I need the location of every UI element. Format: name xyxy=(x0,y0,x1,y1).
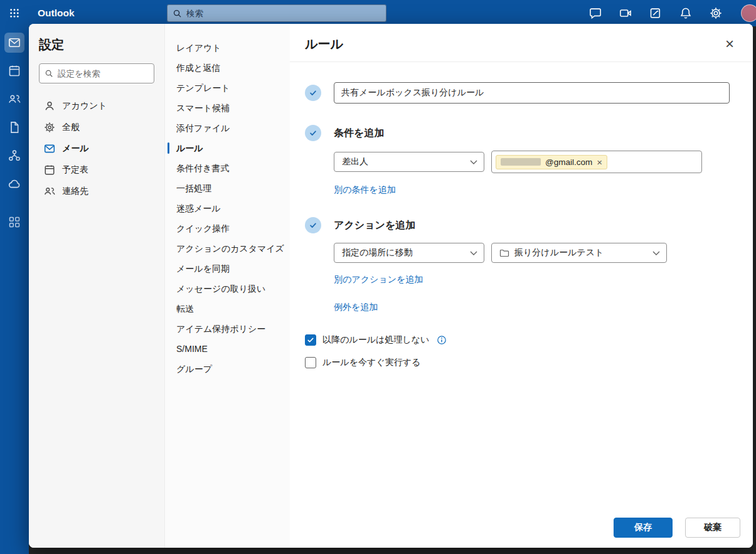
chevron-down-icon xyxy=(652,251,660,255)
save-button[interactable]: 保存 xyxy=(614,518,673,538)
action-type-value: 指定の場所に移動 xyxy=(342,247,413,258)
close-icon[interactable]: × xyxy=(720,35,739,53)
add-condition-link[interactable]: 別の条件を追加 xyxy=(334,184,396,196)
person-icon xyxy=(44,100,55,112)
category-item[interactable]: クイック操作 xyxy=(165,218,290,238)
category-item[interactable]: レイアウト xyxy=(165,38,290,58)
category-item[interactable]: 作成と返信 xyxy=(165,58,290,78)
app-launcher-icon[interactable] xyxy=(0,0,29,26)
category-item[interactable]: アクションのカスタマイズ xyxy=(165,238,290,258)
category-label: グループ xyxy=(176,364,212,374)
rule-name-step xyxy=(305,82,738,104)
settings-nav-general[interactable]: 全般 xyxy=(39,117,154,137)
rail-files-icon[interactable] xyxy=(4,117,24,137)
category-label: クイック操作 xyxy=(176,223,230,233)
sender-chip-text: @gmail.com xyxy=(545,157,592,167)
nav-label: 連絡先 xyxy=(62,186,88,197)
add-exception-link[interactable]: 例外を追加 xyxy=(334,302,378,313)
top-app-bar: Outlook xyxy=(0,0,756,26)
bell-icon[interactable] xyxy=(679,7,692,19)
add-action-link[interactable]: 別のアクションを追加 xyxy=(334,274,423,285)
panel-footer: 保存 破棄 xyxy=(290,518,753,548)
category-item[interactable]: 一括処理 xyxy=(165,178,290,198)
stop-processing-option: 以降のルールは処理しない xyxy=(305,334,738,346)
settings-nav-contacts[interactable]: 連絡先 xyxy=(39,181,154,201)
search-icon xyxy=(45,69,53,78)
notes-icon[interactable] xyxy=(649,7,662,19)
category-item[interactable]: S/MIME xyxy=(165,339,290,359)
category-item[interactable]: アイテム保持ポリシー xyxy=(165,319,290,339)
left-app-rail xyxy=(0,26,29,554)
discard-button[interactable]: 破棄 xyxy=(685,518,740,538)
chevron-down-icon xyxy=(470,160,477,164)
run-rule-now-checkbox[interactable] xyxy=(305,357,316,368)
settings-nav-account[interactable]: アカウント xyxy=(39,96,154,116)
rail-groups-icon[interactable] xyxy=(4,146,24,166)
category-item[interactable]: 条件付き書式 xyxy=(165,158,290,178)
category-label: 添付ファイル xyxy=(176,123,230,133)
category-label: メールを同期 xyxy=(176,264,230,274)
settings-search-input[interactable] xyxy=(58,69,169,78)
category-item[interactable]: ルール xyxy=(165,138,290,158)
category-item[interactable]: 添付ファイル xyxy=(165,118,290,138)
search-icon xyxy=(173,9,182,18)
actions-section: アクションを追加 指定の場所に移動 xyxy=(305,217,738,313)
condition-type-value: 差出人 xyxy=(342,156,368,168)
global-search[interactable] xyxy=(167,4,386,22)
option-label: 以降のルールは処理しない xyxy=(322,334,429,346)
sender-chip: @gmail.com × xyxy=(496,155,607,169)
action-type-dropdown[interactable]: 指定の場所に移動 xyxy=(334,243,484,263)
category-label: ルール xyxy=(176,143,203,153)
settings-search[interactable] xyxy=(39,63,154,83)
redacted-email-prefix xyxy=(501,158,541,166)
category-label: メッセージの取り扱い xyxy=(176,284,265,294)
rule-editor: 条件を追加 差出人 @gmail.com xyxy=(290,62,753,518)
folder-dropdown[interactable]: 振り分けルールテスト xyxy=(491,243,667,263)
user-avatar[interactable] xyxy=(741,4,756,22)
settings-nav: アカウント 全般 メール 予定表 xyxy=(39,96,154,201)
chat-icon[interactable] xyxy=(589,7,602,19)
folder-value: 振り分けルールテスト xyxy=(514,247,647,258)
category-item[interactable]: メッセージの取り扱い xyxy=(165,279,290,299)
category-label: アクションのカスタマイズ xyxy=(176,243,284,253)
category-label: 作成と返信 xyxy=(176,63,220,73)
category-item[interactable]: メールを同期 xyxy=(165,258,290,279)
meet-icon[interactable] xyxy=(619,7,632,19)
rail-cloud-icon[interactable] xyxy=(4,174,24,194)
category-item[interactable]: スマート候補 xyxy=(165,98,290,118)
folder-icon xyxy=(499,248,509,258)
rule-name-input[interactable] xyxy=(334,82,730,104)
nav-label: 予定表 xyxy=(62,164,88,176)
stop-processing-checkbox[interactable] xyxy=(305,334,316,346)
step-complete-check-icon xyxy=(305,125,321,141)
panel-header: ルール × xyxy=(290,24,753,62)
rail-calendar-icon[interactable] xyxy=(4,61,24,81)
step-complete-check-icon xyxy=(305,85,321,101)
remove-chip-icon[interactable]: × xyxy=(597,157,602,167)
category-label: スマート候補 xyxy=(176,103,230,113)
info-icon[interactable] xyxy=(437,335,447,345)
category-label: 一括処理 xyxy=(176,183,211,193)
global-search-input[interactable] xyxy=(186,9,381,18)
category-item[interactable]: 転送 xyxy=(165,299,290,319)
settings-nav-calendar[interactable]: 予定表 xyxy=(39,160,154,180)
actions-heading: アクションを追加 xyxy=(334,219,415,232)
category-item[interactable]: テンプレート xyxy=(165,78,290,98)
run-rule-now-option: ルールを今すぐ実行する xyxy=(305,357,738,368)
condition-type-dropdown[interactable]: 差出人 xyxy=(334,152,484,172)
rail-more-apps-icon[interactable] xyxy=(4,212,24,232)
chevron-down-icon xyxy=(470,251,477,255)
category-item[interactable]: 迷惑メール xyxy=(165,198,290,218)
gear-icon[interactable] xyxy=(710,7,722,19)
settings-title: 設定 xyxy=(39,36,154,53)
rules-panel: ルール × 条件を追加 xyxy=(290,24,753,548)
conditions-heading: 条件を追加 xyxy=(334,127,384,140)
condition-value-field[interactable]: @gmail.com × xyxy=(491,151,702,173)
settings-nav-mail[interactable]: メール xyxy=(39,139,154,159)
rail-mail-icon[interactable] xyxy=(4,33,24,53)
category-label: アイテム保持ポリシー xyxy=(176,324,265,334)
nav-label: メール xyxy=(62,143,89,154)
category-item[interactable]: グループ xyxy=(165,359,290,379)
rail-people-icon[interactable] xyxy=(4,89,24,109)
option-label: ルールを今すぐ実行する xyxy=(322,357,420,368)
